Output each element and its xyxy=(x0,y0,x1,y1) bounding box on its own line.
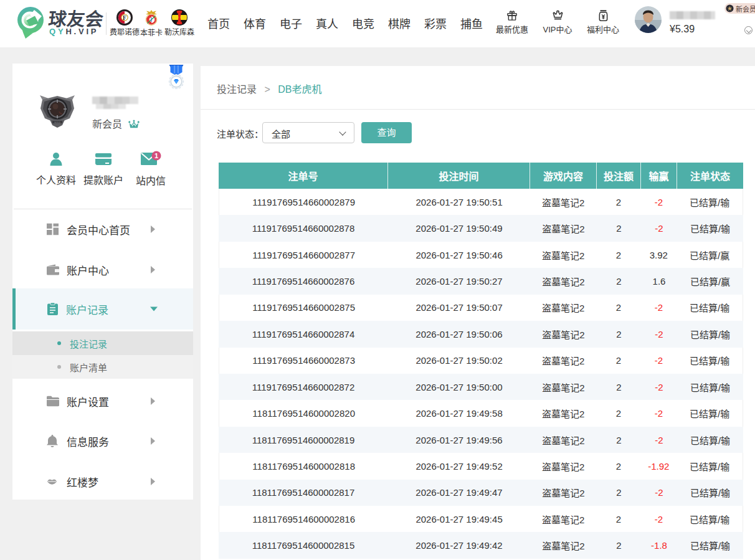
svg-text:F: F xyxy=(123,15,126,21)
svg-text:GOLD: GOLD xyxy=(54,121,61,124)
svg-text:1: 1 xyxy=(154,152,158,159)
